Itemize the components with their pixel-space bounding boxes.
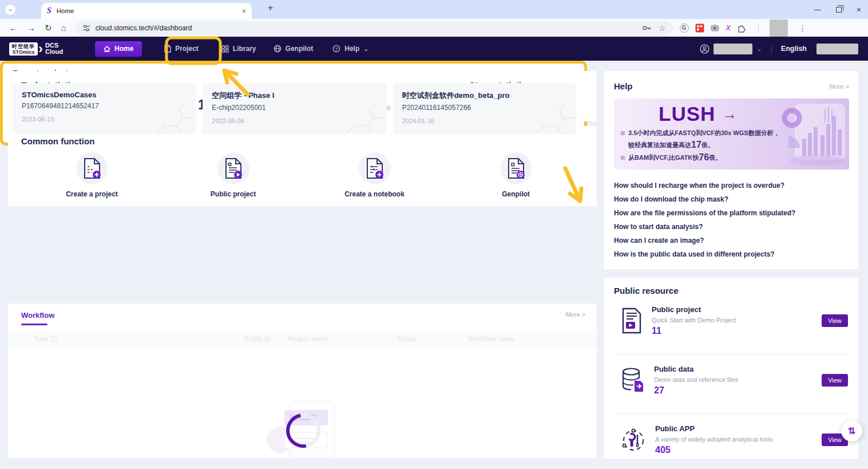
bullet-icon	[621, 156, 625, 160]
url-bar[interactable]: cloud.stomics.tech/#/dashboard ☆	[76, 21, 673, 35]
create-project-icon	[82, 157, 102, 179]
window-close-icon[interactable]: ×	[857, 5, 861, 14]
resource-divider	[614, 413, 848, 414]
toolbar-divider	[758, 23, 759, 33]
nav-item-home[interactable]: Home	[95, 41, 142, 57]
banner-line2-pre: 较经典算法加速最高达	[628, 141, 691, 149]
tab-title: Home	[57, 7, 74, 14]
common-create-project[interactable]: Create a project	[21, 152, 162, 198]
browser-tabstrip: ⌄ S Home × + — ×	[0, 0, 868, 19]
svg-text:?: ?	[335, 46, 338, 52]
public-data-resource-icon	[621, 367, 645, 393]
public-resource-title: Public resource	[614, 286, 848, 295]
nav-item-library[interactable]: Library	[221, 45, 256, 53]
workflow-card: Workflow More > Task ID Entity ID Projec…	[8, 304, 597, 458]
common-function-card: Common function Create a project	[8, 126, 597, 206]
common-genpilot-label: Genpilot	[502, 190, 530, 198]
col-task-id: Task ID	[34, 330, 57, 348]
common-public-project[interactable]: Public project	[162, 152, 304, 198]
view-public-data-button[interactable]: View	[822, 374, 848, 387]
resource-name: Public APP	[655, 424, 773, 433]
reload-icon[interactable]: ↻	[45, 23, 52, 32]
resource-row-public-project[interactable]: Public project Quick Start with Demo Pro…	[621, 302, 848, 340]
project-card-2[interactable]: 空间组学 - Phase I E-chip202205001 2022-05-0…	[203, 83, 386, 134]
faq-link-1[interactable]: How should I recharge when the project i…	[614, 179, 849, 192]
window-controls: — ×	[814, 0, 861, 19]
brand-name: DCS Cloud	[45, 42, 63, 55]
lush-banner[interactable]: LUSH → 3.5小时内完成从FASTQ到VCF的30x WGS数据分析， 较…	[614, 98, 849, 170]
faq-link-2[interactable]: How do I download the chip mask?	[614, 192, 849, 206]
logo-cn-text: 时空组学	[12, 44, 35, 49]
user-account-icon[interactable]	[700, 44, 710, 54]
public-resource-card: Public resource Public project Quick Sta…	[604, 278, 858, 459]
col-workflow-name: Workflow name	[467, 330, 514, 348]
faq-link-4[interactable]: How to start data analysis?	[614, 220, 849, 234]
project-id: P1670649481214652417	[22, 102, 196, 110]
nav-home-label: Home	[114, 45, 133, 53]
extension-red-icon[interactable]	[695, 23, 704, 33]
common-genpilot[interactable]: Genpilot	[445, 152, 586, 198]
nav-divider: |	[770, 45, 772, 53]
extension-x-icon[interactable]: X	[726, 24, 731, 32]
banner-line1: 3.5小时内完成从FASTQ到VCF的30x WGS数据分析，	[628, 129, 780, 137]
stomics-logo[interactable]: 时空组学 STOmics	[9, 42, 38, 56]
profile-avatar[interactable]	[770, 19, 788, 37]
nav-help-label: Help	[344, 45, 359, 53]
logo-chevron-icon: ›	[38, 43, 43, 54]
project-name: 时空试剂盒软件demo_beta_pro	[402, 90, 576, 101]
new-tab-button[interactable]: +	[268, 3, 273, 13]
common-create-notebook[interactable]: Create a notebook	[304, 152, 445, 198]
account-chevron-down-icon[interactable]: ⌄	[756, 45, 762, 53]
extension-g-icon[interactable]: G	[680, 23, 689, 33]
banner-line3-post: 倍。	[709, 153, 722, 162]
brand-bottom: Cloud	[45, 49, 63, 55]
create-notebook-icon	[365, 157, 385, 179]
project-card-1[interactable]: STOmicsDemoCases P1670649481214652417 20…	[13, 83, 196, 134]
banner-line3-pre: 从BAM到VCF,比GATK快	[628, 153, 699, 162]
home-icon	[104, 46, 110, 52]
forward-icon[interactable]: →	[27, 23, 35, 32]
password-key-icon[interactable]	[642, 24, 652, 32]
browser-tab[interactable]: S Home ×	[41, 3, 252, 19]
window-restore-icon[interactable]	[836, 7, 842, 13]
browser-menu-icon[interactable]: ⋮	[799, 23, 807, 33]
resource-row-public-app[interactable]: Public APP A variety of widely adopted a…	[621, 421, 848, 459]
help-more-link[interactable]: More >	[829, 83, 849, 90]
nav-item-project[interactable]: Project	[164, 45, 199, 53]
resource-row-public-data[interactable]: Public data Demo data and reference file…	[621, 361, 848, 399]
app-navbar: 时空组学 STOmics › DCS Cloud Home Project Li…	[0, 37, 868, 61]
bookmark-star-icon[interactable]: ☆	[659, 23, 666, 33]
common-function-title: Common function	[21, 136, 597, 146]
workflow-more-link[interactable]: More >	[565, 311, 585, 325]
common-public-project-label: Public project	[211, 190, 256, 198]
floating-sort-widget[interactable]: ⇅	[841, 420, 862, 442]
col-entity-id: Entity ID	[245, 330, 271, 348]
resource-divider	[614, 354, 848, 354]
banner-arrow-icon: →	[722, 105, 737, 123]
nav-project-label: Project	[175, 45, 199, 53]
view-public-project-button[interactable]: View	[822, 314, 848, 327]
extensions-puzzle-icon[interactable]	[737, 23, 746, 33]
faq-list: How should I recharge when the project i…	[614, 179, 849, 261]
browser-home-icon[interactable]: ⌂	[61, 23, 66, 32]
resource-count: 405	[655, 445, 773, 455]
workflow-tab-underline	[21, 324, 47, 325]
project-card-3[interactable]: 时空试剂盒软件demo_beta_pro P20240116145057266 …	[393, 83, 576, 134]
back-icon[interactable]: ←	[9, 23, 18, 32]
faq-link-5[interactable]: How can I create an image?	[614, 234, 849, 247]
window-minimize-icon[interactable]: —	[814, 6, 821, 14]
tab-close-icon[interactable]: ×	[241, 7, 246, 15]
nav-item-help[interactable]: ? Help ⌄	[332, 45, 368, 53]
faq-link-3[interactable]: How are the file permissions of the plat…	[614, 206, 849, 220]
project-id: P20240116145057266	[402, 104, 576, 112]
language-switch[interactable]: English	[781, 45, 807, 53]
tab-search-icon[interactable]: ⌄	[5, 5, 15, 15]
faq-link-6[interactable]: How is the public data used in different…	[614, 247, 849, 261]
workflow-tab[interactable]: Workflow	[21, 311, 54, 320]
extension-camera-icon[interactable]	[711, 24, 720, 31]
public-project-icon	[224, 157, 243, 179]
banner-line3-num: 76	[699, 152, 709, 163]
common-create-project-label: Create a project	[66, 190, 118, 198]
site-settings-icon[interactable]	[82, 24, 90, 32]
nav-item-genpilot[interactable]: Genpilot	[274, 45, 314, 53]
